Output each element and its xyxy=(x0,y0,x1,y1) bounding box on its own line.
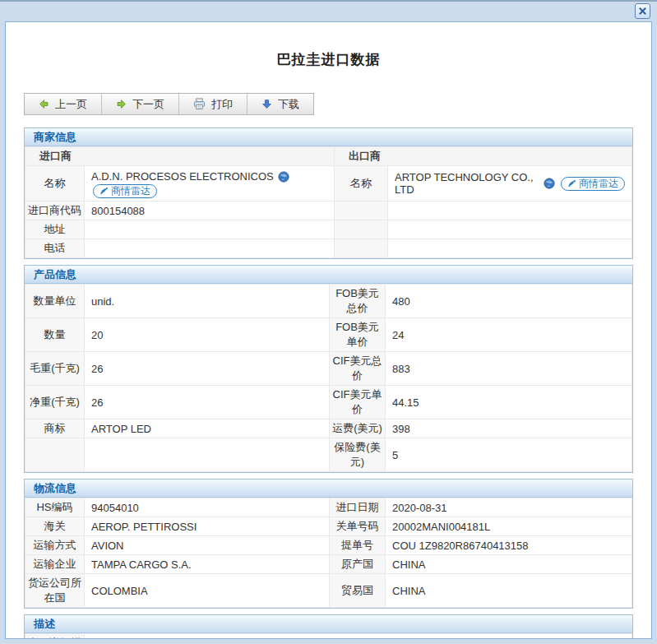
close-icon xyxy=(638,7,647,16)
satellite-dish-icon xyxy=(99,187,109,196)
importer-name-label: 名称 xyxy=(25,166,85,202)
globe-icon[interactable] xyxy=(278,171,289,183)
table-row: 进口商代码 800154088 xyxy=(25,202,632,220)
net-weight-value: 26 xyxy=(85,386,330,419)
transport-mode-value: AVION xyxy=(85,536,330,555)
description-table: 产品详细描述 20 UNIDADES DE LUCES DE LED DE ME… xyxy=(25,633,632,639)
transport-mode-label: 运输方式 xyxy=(25,536,85,555)
fob-unit-value: 24 xyxy=(386,318,632,352)
carrier-label: 运输企业 xyxy=(25,555,85,574)
qty-unit-value: unid. xyxy=(85,285,330,318)
importer-name-cell: A.D.N. PROCESOS ELECTRONICOS xyxy=(85,166,335,202)
importer-code-label: 进口商代码 xyxy=(25,202,85,220)
import-date-label: 进口日期 xyxy=(330,498,386,517)
table-row: 名称 A.D.N. PROCESOS ELECTRONICOS xyxy=(25,166,632,202)
table-row: 毛重(千克) 26 CIF美元总价 883 xyxy=(25,352,632,386)
table-row: 电话 xyxy=(25,239,632,258)
qty-unit-label: 数量单位 xyxy=(25,285,85,318)
dialog-panel: 巴拉圭进口数据 上一页 下一页 打印 xyxy=(5,21,652,639)
printer-icon xyxy=(193,98,206,110)
table-row: 地址 xyxy=(25,220,632,239)
arrow-down-icon xyxy=(261,99,272,109)
product-section-title: 产品信息 xyxy=(25,266,632,284)
table-row: 运输企业 TAMPA CARGO S.A. 原产国 CHINA xyxy=(25,555,632,574)
fob-unit-label: FOB美元单价 xyxy=(330,318,386,352)
importer-radar-button[interactable]: 商情雷达 xyxy=(93,184,157,198)
logistics-section: 物流信息 HS编码 94054010 进口日期 2020-08-31 海关 AE… xyxy=(24,479,633,609)
importer-code-value: 800154088 xyxy=(85,202,335,220)
prev-page-label: 上一页 xyxy=(55,97,87,112)
description-section-title: 描述 xyxy=(25,615,632,633)
product-section: 产品信息 数量单位 unid. FOB美元总价 480 数量 20 FOB美元单… xyxy=(24,265,633,473)
exporter-header: 出口商 xyxy=(335,147,632,166)
description-section: 描述 产品详细描述 20 UNIDADES DE LUCES DE LED DE… xyxy=(24,614,633,639)
gross-weight-value: 26 xyxy=(85,352,330,386)
importer-address-value xyxy=(85,220,335,239)
table-row: HS编码 94054010 进口日期 2020-08-31 xyxy=(25,498,632,517)
brand-label: 商标 xyxy=(25,419,85,438)
merchant-section: 商家信息 进口商 出口商 名称 A.D.N. PROCESOS ELECTRON… xyxy=(24,127,633,259)
insurance-value: 5 xyxy=(386,438,632,472)
download-button[interactable]: 下载 xyxy=(248,94,313,114)
toolbar: 上一页 下一页 打印 下载 xyxy=(24,93,314,115)
arrow-right-icon xyxy=(116,99,127,109)
exporter-radar-label: 商情雷达 xyxy=(579,177,618,191)
close-button[interactable] xyxy=(635,3,650,19)
net-weight-label: 净重(千克) xyxy=(25,386,85,419)
fob-total-value: 480 xyxy=(386,285,632,318)
trade-country-value: CHINA xyxy=(386,574,632,608)
qty-label: 数量 xyxy=(25,318,85,352)
origin-country-value: CHINA xyxy=(386,555,632,574)
freight-company-country-value: COLOMBIA xyxy=(85,574,330,608)
bill-of-lading-label: 提单号 xyxy=(330,536,386,555)
insurance-label: 保险费(美元) xyxy=(330,438,386,472)
table-row: 数量 20 FOB美元单价 24 xyxy=(25,318,632,352)
next-page-button[interactable]: 下一页 xyxy=(102,94,179,114)
customs-label: 海关 xyxy=(25,517,85,536)
bill-of-lading-value: COU 1Z9820R86740413158 xyxy=(386,536,632,555)
cif-unit-label: CIF美元单价 xyxy=(330,386,386,419)
satellite-dish-icon xyxy=(567,179,576,188)
hs-code-label: HS编码 xyxy=(25,498,85,517)
exporter-radar-button[interactable]: 商情雷达 xyxy=(561,177,625,191)
origin-country-label: 原产国 xyxy=(330,555,386,574)
brand-value: ARTOP LED xyxy=(85,419,330,438)
importer-name: A.D.N. PROCESOS ELECTRONICOS xyxy=(91,169,274,184)
page-title: 巴拉圭进口数据 xyxy=(6,50,651,69)
prev-page-button[interactable]: 上一页 xyxy=(25,94,102,114)
exporter-name-label: 名称 xyxy=(335,166,388,202)
table-row: 数量单位 unid. FOB美元总价 480 xyxy=(25,285,632,318)
merchant-table: 进口商 出口商 名称 A.D.N. PROCESOS ELECTRONICOS xyxy=(25,146,632,258)
importer-radar-label: 商情雷达 xyxy=(111,183,150,198)
table-row: 产品详细描述 20 UNIDADES DE LUCES DE LED DE ME… xyxy=(25,634,632,640)
import-date-value: 2020-08-31 xyxy=(386,498,632,517)
print-label: 打印 xyxy=(211,97,233,112)
trade-country-label: 贸易国 xyxy=(330,574,386,608)
table-row: 运输方式 AVION 提单号 COU 1Z9820R86740413158 xyxy=(25,536,632,555)
table-row: 净重(千克) 26 CIF美元单价 44.15 xyxy=(25,386,632,419)
globe-icon[interactable] xyxy=(544,178,555,189)
cif-total-value: 883 xyxy=(386,352,632,386)
cif-total-label: CIF美元总价 xyxy=(330,352,386,386)
importer-header: 进口商 xyxy=(25,147,335,166)
print-button[interactable]: 打印 xyxy=(179,94,248,114)
freight-company-country-label: 货运公司所在国 xyxy=(25,574,85,608)
merchant-section-title: 商家信息 xyxy=(25,128,632,146)
cif-unit-value: 44.15 xyxy=(386,386,632,419)
arrow-left-icon xyxy=(39,99,49,109)
gross-weight-label: 毛重(千克) xyxy=(25,352,85,386)
table-row: 货运公司所在国 COLOMBIA 贸易国 CHINA xyxy=(25,574,632,608)
exporter-name-cell: ARTOP TECHNOLOGY CO., LTD xyxy=(388,166,632,202)
carrier-value: TAMPA CARGO S.A. xyxy=(85,555,330,574)
freight-value: 398 xyxy=(386,419,632,438)
table-row: 海关 AEROP. PETTIROSSI 关单号码 20002MANI00418… xyxy=(25,517,632,536)
next-page-label: 下一页 xyxy=(132,97,164,112)
importer-address-label: 地址 xyxy=(25,220,85,239)
product-table: 数量单位 unid. FOB美元总价 480 数量 20 FOB美元单价 24 … xyxy=(25,284,632,472)
customs-value: AEROP. PETTIROSSI xyxy=(85,517,330,536)
importer-phone-value xyxy=(85,239,335,258)
table-row: 商标 ARTOP LED 运费(美元) 398 xyxy=(25,419,632,438)
hs-code-value: 94054010 xyxy=(85,498,330,517)
download-label: 下载 xyxy=(278,97,299,112)
fob-total-label: FOB美元总价 xyxy=(330,285,386,318)
